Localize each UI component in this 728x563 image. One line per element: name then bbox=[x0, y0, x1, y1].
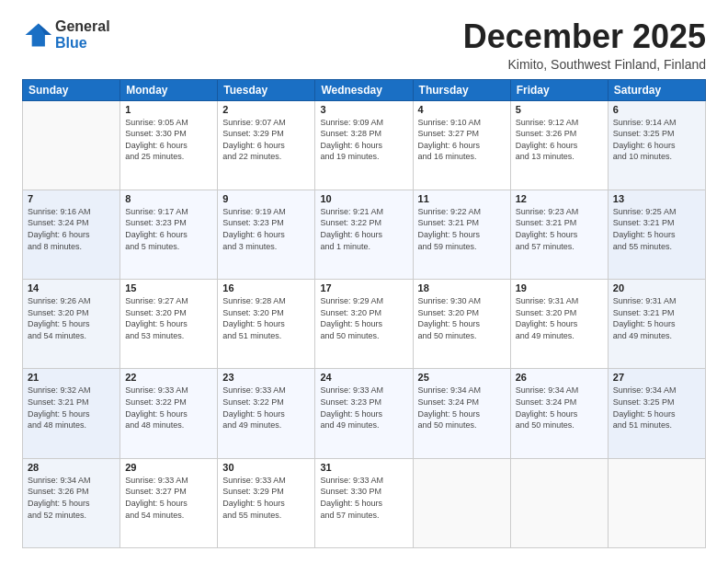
day-info: Sunrise: 9:26 AMSunset: 3:20 PMDaylight:… bbox=[28, 295, 115, 341]
day-number: 24 bbox=[320, 372, 407, 383]
table-row: 24Sunrise: 9:33 AMSunset: 3:23 PMDayligh… bbox=[315, 369, 413, 458]
header-sunday: Sunday bbox=[23, 79, 120, 100]
day-number: 27 bbox=[613, 372, 700, 383]
day-info: Sunrise: 9:34 AMSunset: 3:24 PMDaylight:… bbox=[516, 385, 603, 431]
calendar-table: Sunday Monday Tuesday Wednesday Thursday… bbox=[22, 79, 706, 548]
day-info: Sunrise: 9:33 AMSunset: 3:23 PMDaylight:… bbox=[320, 385, 407, 431]
header-thursday: Thursday bbox=[413, 79, 510, 100]
day-number: 10 bbox=[320, 193, 407, 204]
header-friday: Friday bbox=[510, 79, 608, 100]
table-row: 10Sunrise: 9:21 AMSunset: 3:22 PMDayligh… bbox=[315, 190, 413, 279]
day-info: Sunrise: 9:07 AMSunset: 3:29 PMDaylight:… bbox=[222, 117, 310, 163]
table-row: 6Sunrise: 9:14 AMSunset: 3:25 PMDaylight… bbox=[608, 100, 705, 190]
day-number: 17 bbox=[320, 282, 407, 293]
day-info: Sunrise: 9:09 AMSunset: 3:28 PMDaylight:… bbox=[320, 117, 407, 163]
logo-blue-text: Blue bbox=[55, 35, 110, 52]
day-number: 9 bbox=[222, 193, 310, 204]
day-info: Sunrise: 9:21 AMSunset: 3:22 PMDaylight:… bbox=[320, 206, 407, 252]
day-info: Sunrise: 9:29 AMSunset: 3:20 PMDaylight:… bbox=[320, 295, 407, 341]
day-info: Sunrise: 9:19 AMSunset: 3:23 PMDaylight:… bbox=[222, 206, 310, 252]
day-number: 20 bbox=[613, 282, 700, 293]
day-number: 15 bbox=[125, 282, 212, 293]
day-info: Sunrise: 9:32 AMSunset: 3:21 PMDaylight:… bbox=[28, 385, 115, 431]
table-row: 17Sunrise: 9:29 AMSunset: 3:20 PMDayligh… bbox=[315, 280, 413, 369]
day-info: Sunrise: 9:33 AMSunset: 3:27 PMDaylight:… bbox=[125, 475, 212, 521]
calendar-week-row: 1Sunrise: 9:05 AMSunset: 3:30 PMDaylight… bbox=[23, 100, 706, 190]
table-row: 29Sunrise: 9:33 AMSunset: 3:27 PMDayligh… bbox=[120, 458, 218, 547]
day-number: 31 bbox=[320, 462, 407, 473]
table-row: 2Sunrise: 9:07 AMSunset: 3:29 PMDaylight… bbox=[218, 100, 315, 190]
table-row: 30Sunrise: 9:33 AMSunset: 3:29 PMDayligh… bbox=[218, 458, 315, 547]
month-title: December 2025 bbox=[463, 18, 706, 55]
header-monday: Monday bbox=[120, 79, 218, 100]
table-row: 4Sunrise: 9:10 AMSunset: 3:27 PMDaylight… bbox=[413, 100, 510, 190]
calendar-week-row: 21Sunrise: 9:32 AMSunset: 3:21 PMDayligh… bbox=[23, 369, 706, 458]
day-info: Sunrise: 9:23 AMSunset: 3:21 PMDaylight:… bbox=[516, 206, 603, 252]
table-row: 20Sunrise: 9:31 AMSunset: 3:21 PMDayligh… bbox=[608, 280, 705, 369]
day-info: Sunrise: 9:25 AMSunset: 3:21 PMDaylight:… bbox=[613, 206, 700, 252]
table-row: 15Sunrise: 9:27 AMSunset: 3:20 PMDayligh… bbox=[120, 280, 218, 369]
calendar-week-row: 7Sunrise: 9:16 AMSunset: 3:24 PMDaylight… bbox=[23, 190, 706, 279]
day-number: 7 bbox=[28, 193, 115, 204]
day-info: Sunrise: 9:33 AMSunset: 3:22 PMDaylight:… bbox=[222, 385, 310, 431]
table-row: 9Sunrise: 9:19 AMSunset: 3:23 PMDaylight… bbox=[218, 190, 315, 279]
table-row: 19Sunrise: 9:31 AMSunset: 3:20 PMDayligh… bbox=[510, 280, 608, 369]
day-number: 16 bbox=[222, 282, 310, 293]
location-subtitle: Kimito, Southwest Finland, Finland bbox=[463, 57, 706, 72]
day-info: Sunrise: 9:05 AMSunset: 3:30 PMDaylight:… bbox=[125, 117, 212, 163]
page: General Blue December 2025 Kimito, South… bbox=[0, 0, 728, 563]
day-number: 1 bbox=[125, 104, 212, 115]
table-row: 13Sunrise: 9:25 AMSunset: 3:21 PMDayligh… bbox=[608, 190, 705, 279]
table-row: 26Sunrise: 9:34 AMSunset: 3:24 PMDayligh… bbox=[510, 369, 608, 458]
table-row: 7Sunrise: 9:16 AMSunset: 3:24 PMDaylight… bbox=[23, 190, 120, 279]
header: General Blue December 2025 Kimito, South… bbox=[22, 18, 706, 72]
header-wednesday: Wednesday bbox=[315, 79, 413, 100]
table-row: 3Sunrise: 9:09 AMSunset: 3:28 PMDaylight… bbox=[315, 100, 413, 190]
day-info: Sunrise: 9:33 AMSunset: 3:30 PMDaylight:… bbox=[320, 475, 407, 521]
day-number: 28 bbox=[28, 462, 115, 473]
calendar-week-row: 14Sunrise: 9:26 AMSunset: 3:20 PMDayligh… bbox=[23, 280, 706, 369]
day-number: 25 bbox=[418, 372, 506, 383]
day-number: 21 bbox=[28, 372, 115, 383]
table-row: 16Sunrise: 9:28 AMSunset: 3:20 PMDayligh… bbox=[218, 280, 315, 369]
day-number: 8 bbox=[125, 193, 212, 204]
table-row bbox=[413, 458, 510, 547]
day-info: Sunrise: 9:17 AMSunset: 3:23 PMDaylight:… bbox=[125, 206, 212, 252]
table-row: 21Sunrise: 9:32 AMSunset: 3:21 PMDayligh… bbox=[23, 369, 120, 458]
table-row: 8Sunrise: 9:17 AMSunset: 3:23 PMDaylight… bbox=[120, 190, 218, 279]
day-info: Sunrise: 9:34 AMSunset: 3:24 PMDaylight:… bbox=[418, 385, 506, 431]
day-info: Sunrise: 9:14 AMSunset: 3:25 PMDaylight:… bbox=[613, 117, 700, 163]
table-row: 31Sunrise: 9:33 AMSunset: 3:30 PMDayligh… bbox=[315, 458, 413, 547]
day-number: 23 bbox=[222, 372, 310, 383]
day-info: Sunrise: 9:31 AMSunset: 3:21 PMDaylight:… bbox=[613, 295, 700, 341]
day-info: Sunrise: 9:16 AMSunset: 3:24 PMDaylight:… bbox=[28, 206, 115, 252]
table-row bbox=[608, 458, 705, 547]
day-number: 13 bbox=[613, 193, 700, 204]
day-info: Sunrise: 9:33 AMSunset: 3:22 PMDaylight:… bbox=[125, 385, 212, 431]
calendar-header-row: Sunday Monday Tuesday Wednesday Thursday… bbox=[23, 79, 706, 100]
logo-text: General Blue bbox=[55, 18, 110, 51]
header-saturday: Saturday bbox=[608, 79, 705, 100]
table-row bbox=[23, 100, 120, 190]
logo: General Blue bbox=[22, 18, 110, 51]
day-number: 6 bbox=[613, 104, 700, 115]
table-row: 23Sunrise: 9:33 AMSunset: 3:22 PMDayligh… bbox=[218, 369, 315, 458]
table-row: 11Sunrise: 9:22 AMSunset: 3:21 PMDayligh… bbox=[413, 190, 510, 279]
day-number: 4 bbox=[418, 104, 506, 115]
table-row: 1Sunrise: 9:05 AMSunset: 3:30 PMDaylight… bbox=[120, 100, 218, 190]
day-number: 18 bbox=[418, 282, 506, 293]
day-number: 26 bbox=[516, 372, 603, 383]
title-block: December 2025 Kimito, Southwest Finland,… bbox=[463, 18, 706, 72]
day-info: Sunrise: 9:34 AMSunset: 3:25 PMDaylight:… bbox=[613, 385, 700, 431]
day-number: 29 bbox=[125, 462, 212, 473]
table-row: 27Sunrise: 9:34 AMSunset: 3:25 PMDayligh… bbox=[608, 369, 705, 458]
day-info: Sunrise: 9:22 AMSunset: 3:21 PMDaylight:… bbox=[418, 206, 506, 252]
day-number: 30 bbox=[222, 462, 310, 473]
day-number: 2 bbox=[222, 104, 310, 115]
calendar-week-row: 28Sunrise: 9:34 AMSunset: 3:26 PMDayligh… bbox=[23, 458, 706, 547]
table-row: 28Sunrise: 9:34 AMSunset: 3:26 PMDayligh… bbox=[23, 458, 120, 547]
day-info: Sunrise: 9:33 AMSunset: 3:29 PMDaylight:… bbox=[222, 475, 310, 521]
header-tuesday: Tuesday bbox=[218, 79, 315, 100]
table-row: 5Sunrise: 9:12 AMSunset: 3:26 PMDaylight… bbox=[510, 100, 608, 190]
day-number: 12 bbox=[516, 193, 603, 204]
